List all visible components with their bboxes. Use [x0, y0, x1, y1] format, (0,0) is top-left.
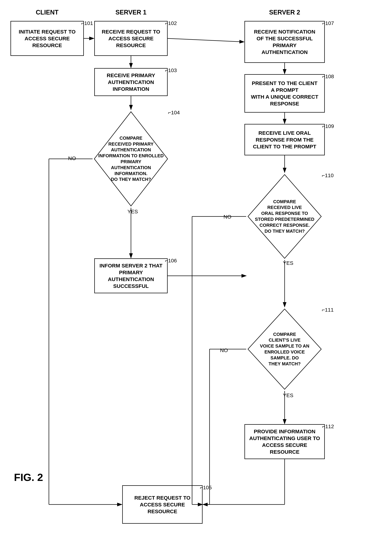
ref-110: ⌐110 — [322, 172, 334, 178]
box-107: RECEIVE NOTIFICATION OF THE SUCCESSFUL P… — [244, 21, 325, 63]
box-105: REJECT REQUEST TO ACCESS SECURE RESOURCE — [122, 485, 203, 524]
ref-102: ⌐102 — [165, 20, 177, 26]
svg-line-5 — [168, 38, 244, 42]
box-109: RECEIVE LIVE ORAL RESPONSE FROM THE CLIE… — [244, 124, 325, 155]
col-server2-label: SERVER 2 — [244, 9, 325, 16]
ref-108: ⌐108 — [322, 74, 334, 79]
ref-112: ⌐112 — [322, 423, 334, 429]
diamond-111-wrapper: COMPARE CLIENT'S LIVE VOICE SAMPLE TO AN… — [246, 307, 323, 391]
col-server1-label: SERVER 1 — [94, 9, 168, 16]
fig-label: FIG. 2 — [14, 471, 43, 483]
ref-101: ⌐101 — [81, 20, 93, 26]
label-110-yes: YES — [283, 260, 293, 266]
ref-111: ⌐111 — [322, 307, 334, 313]
box-103-text: RECEIVE PRIMARY AUTHENTICATION INFORMATI… — [107, 72, 155, 92]
box-112: PROVIDE INFORMATION AUTHENTICATING USER … — [244, 424, 325, 459]
box-101-text: INITIATE REQUEST TO ACCESS SECURE RESOUR… — [19, 28, 76, 49]
arrows-overlay — [0, 0, 392, 538]
ref-109: ⌐109 — [322, 123, 334, 129]
label-104-no: NO — [68, 155, 76, 161]
diamond-110-wrapper: COMPARE RECEIVED LIVE ORAL RESPONSE TO S… — [246, 173, 323, 260]
label-110-no: NO — [224, 214, 231, 220]
box-107-text: RECEIVE NOTIFICATION OF THE SUCCESSFUL P… — [254, 28, 315, 56]
ref-106: ⌐106 — [165, 258, 177, 264]
ref-107: ⌐107 — [322, 20, 334, 26]
ref-104: ⌐104 — [168, 110, 180, 116]
box-112-text: PROVIDE INFORMATION AUTHENTICATING USER … — [247, 428, 322, 455]
diamond-111-text: COMPARE CLIENT'S LIVE VOICE SAMPLE TO AN… — [260, 331, 309, 367]
diagram-container: CLIENT SERVER 1 SERVER 2 INITIATE REQUES… — [0, 0, 392, 538]
ref-103: ⌐103 — [165, 67, 177, 73]
box-101: INITIATE REQUEST TO ACCESS SECURE RESOUR… — [10, 21, 84, 56]
box-103: RECEIVE PRIMARY AUTHENTICATION INFORMATI… — [94, 68, 168, 96]
label-104-yes: YES — [127, 209, 138, 214]
box-102: RECEIVE REQUEST TO ACCESS SECURE RESOURC… — [94, 21, 168, 56]
ref-105: ⌐105 — [200, 485, 212, 491]
box-106: INFORM SERVER 2 THAT PRIMARY AUTHENTICAT… — [94, 258, 168, 293]
col-client-label: CLIENT — [10, 9, 84, 16]
box-102-text: RECEIVE REQUEST TO ACCESS SECURE RESOURC… — [102, 28, 160, 49]
box-105-text: REJECT REQUEST TO ACCESS SECURE RESOURCE — [134, 494, 190, 515]
box-108: PRESENT TO THE CLIENT A PROMPT WITH A UN… — [244, 74, 325, 113]
diamond-104-wrapper: COMPARE RECEIVED PRIMARY AUTHENTICATION … — [93, 110, 169, 208]
diamond-110-text: COMPARE RECEIVED LIVE ORAL RESPONSE TO S… — [255, 199, 314, 234]
box-106-text: INFORM SERVER 2 THAT PRIMARY AUTHENTICAT… — [99, 262, 163, 289]
diamond-104-text: COMPARE RECEIVED PRIMARY AUTHENTICATION … — [98, 135, 164, 182]
label-111-no: NO — [220, 347, 228, 353]
box-108-text: PRESENT TO THE CLIENT A PROMPT WITH A UN… — [251, 80, 318, 107]
label-111-yes: YES — [283, 392, 293, 398]
box-109-text: RECEIVE LIVE ORAL RESPONSE FROM THE CLIE… — [253, 130, 316, 150]
